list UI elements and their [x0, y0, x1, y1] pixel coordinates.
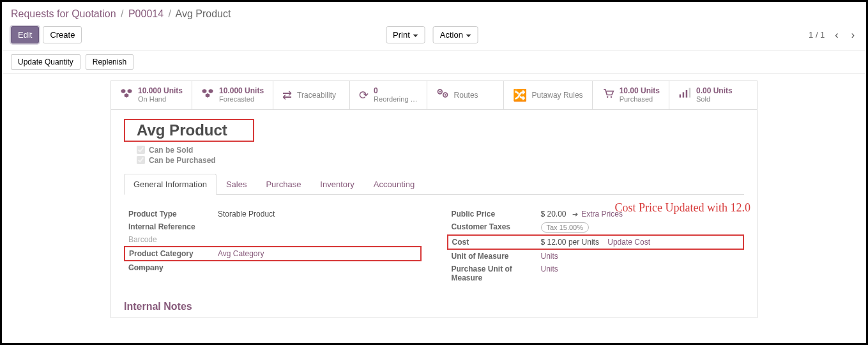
toolbar: Edit Create Print Action 1 / 1 ‹ › — [2, 22, 866, 50]
next-record-icon[interactable]: › — [849, 29, 857, 41]
prev-record-icon[interactable]: ‹ — [832, 29, 841, 41]
customer-taxes-label: Customer Taxes — [448, 220, 537, 235]
signal-icon — [678, 88, 691, 102]
can-be-purchased-checkbox[interactable] — [137, 156, 145, 164]
can-be-purchased-row: Can be Purchased — [137, 156, 744, 165]
tab-accounting[interactable]: Accounting — [364, 174, 424, 195]
svg-point-5 — [610, 96, 612, 98]
product-category-link[interactable]: Avg Category — [218, 249, 264, 258]
cogs-icon — [436, 88, 449, 102]
can-be-sold-checkbox[interactable] — [137, 146, 145, 154]
internal-ref-label: Internal Reference — [125, 220, 214, 233]
tabs: General Information Sales Purchase Inven… — [124, 174, 744, 195]
svg-rect-9 — [689, 88, 691, 98]
stat-purchased[interactable]: 10.00 UnitsPurchased — [593, 81, 669, 109]
refresh-icon: ⟳ — [359, 88, 369, 102]
update-quantity-button[interactable]: Update Quantity — [11, 54, 80, 70]
cart-icon — [602, 88, 614, 102]
stat-forecasted[interactable]: 10.000 UnitsForecasted — [192, 81, 273, 109]
product-type-value: Storable Product — [214, 208, 421, 220]
highlight-title: Avg Product — [124, 119, 254, 142]
tax-tag[interactable]: Tax 15.00% — [541, 222, 589, 233]
stat-routes[interactable]: Routes — [427, 81, 504, 109]
tab-general[interactable]: General Information — [124, 174, 217, 195]
can-be-sold-row: Can be Sold — [137, 146, 744, 155]
cost-value: $ 12.00 — [541, 238, 567, 247]
puom-link[interactable]: Units — [541, 264, 558, 273]
product-category-label: Product Category — [125, 247, 214, 261]
breadcrumb-order[interactable]: P00014 — [128, 8, 164, 19]
pager: 1 / 1 — [809, 30, 825, 40]
create-button[interactable]: Create — [43, 26, 82, 43]
internal-notes-header: Internal Notes — [111, 291, 757, 318]
svg-point-3 — [444, 95, 446, 96]
public-price-label: Public Price — [448, 208, 537, 220]
svg-point-2 — [439, 91, 441, 93]
company-label: Company — [125, 261, 214, 274]
stat-buttons: 10.000 UnitsOn Hand 10.000 UnitsForecast… — [111, 81, 757, 110]
cubes-icon — [120, 88, 133, 102]
tab-sales[interactable]: Sales — [217, 174, 257, 195]
stat-on-hand[interactable]: 10.000 UnitsOn Hand — [111, 81, 192, 109]
form-sheet: 10.000 UnitsOn Hand 10.000 UnitsForecast… — [110, 80, 758, 318]
breadcrumb: Requests for Quotation / P00014 / Avg Pr… — [2, 2, 866, 22]
breadcrumb-current: Avg Product — [176, 8, 231, 19]
svg-rect-8 — [686, 90, 688, 98]
arrow-right-icon: ➔ — [572, 210, 578, 218]
tab-purchase[interactable]: Purchase — [256, 174, 310, 195]
action-dropdown[interactable]: Action — [433, 26, 478, 43]
svg-rect-7 — [683, 93, 685, 98]
uom-link[interactable]: Units — [541, 252, 558, 261]
svg-point-4 — [607, 96, 609, 98]
subbar: Update Quantity Replenish — [2, 50, 866, 74]
breadcrumb-sep: / — [169, 8, 171, 19]
replenish-button[interactable]: Replenish — [86, 54, 133, 70]
cost-per-units: per Units — [568, 238, 599, 247]
random-icon: 🔀 — [513, 88, 527, 102]
product-title: Avg Product — [137, 121, 227, 139]
svg-rect-6 — [680, 95, 681, 98]
stat-traceability[interactable]: ⇄ Traceability — [273, 81, 350, 109]
product-type-label: Product Type — [125, 208, 214, 220]
public-price-value: $ 20.00 — [541, 210, 567, 218]
puom-label: Purchase Unit of Measure — [448, 263, 537, 284]
print-dropdown[interactable]: Print — [386, 26, 425, 43]
edit-button[interactable]: Edit — [11, 26, 39, 43]
uom-label: Unit of Measure — [448, 249, 537, 263]
cost-label: Cost — [448, 235, 537, 249]
cubes-icon — [201, 88, 214, 102]
exchange-icon: ⇄ — [282, 88, 292, 102]
barcode-label: Barcode — [125, 233, 214, 247]
stat-reordering[interactable]: ⟳ 0Reordering … — [350, 81, 427, 109]
stat-sold[interactable]: 0.00 UnitsSold — [669, 81, 746, 109]
cost-annotation: Cost Price Updated with 12.0 — [615, 201, 750, 215]
breadcrumb-root[interactable]: Requests for Quotation — [11, 8, 116, 19]
tab-inventory[interactable]: Inventory — [310, 174, 363, 195]
stat-putaway[interactable]: 🔀 Putaway Rules — [504, 81, 593, 109]
breadcrumb-sep: / — [121, 8, 123, 19]
update-cost-link[interactable]: Update Cost — [607, 238, 650, 247]
